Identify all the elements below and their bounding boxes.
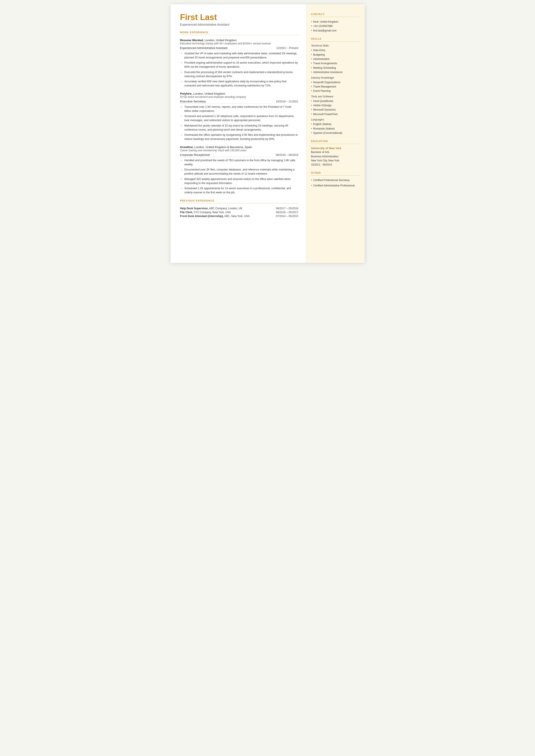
prev-exp-table: Help Desk Supervisor, ABC Company, Londo…	[180, 207, 298, 218]
bullet-1-2: Provided ongoing administrative support …	[181, 61, 298, 69]
skills-heading: SKILLS	[311, 38, 360, 40]
technical-skills-label: Technical Skills:	[311, 44, 360, 47]
right-column: CONTACT Kent, United Kingdom +44 1234567…	[306, 4, 365, 263]
skill-admin-assistance: Administrative Assistance	[311, 70, 360, 74]
education-section: EDUCATION University of New York Bachelo…	[311, 140, 360, 167]
skill-travel-arrangements: Travel Arrangements	[311, 61, 360, 66]
company-name-2: Polyhire,	[180, 92, 192, 95]
other-section: OTHER Certified Professional Secretary. …	[311, 172, 360, 188]
prev-experience-heading: PREVIOUS EXPERIENCE	[180, 199, 298, 202]
prev-job-1-dates: 06/2017 – 05/2018	[269, 207, 298, 210]
job-row-1: Experienced Administrative Assistant 12/…	[180, 46, 298, 50]
bullet-2-4: Overhauled the office operation by reorg…	[181, 133, 298, 141]
other-heading: OTHER	[311, 172, 360, 174]
skill-dynamics: Microsoft Dynamics	[311, 107, 360, 112]
company-line-1: Resume Worded, London, United Kingdom	[180, 38, 298, 42]
job-title-3: Corporate Receptionist	[180, 153, 272, 157]
job-dates-2: 10/2019 – 11/2021	[276, 100, 298, 103]
job-title-2: Executive Secretary	[180, 100, 272, 104]
company-desc-1: Education technology startup with 50+ em…	[180, 42, 298, 45]
bullet-3-3: Managed 320 weekly appointments and ensu…	[181, 177, 298, 185]
skill-powerpoint: Microsoft PowerPoint	[311, 112, 360, 116]
skills-section: SKILLS Technical Skills: Data Entry Budg…	[311, 38, 360, 135]
skill-administration: Administration	[311, 57, 360, 61]
bullet-list-2: Transcribed over 1.5K memos, reports, an…	[180, 105, 298, 141]
other-item-2: Certified Administrative Professional.	[311, 183, 360, 188]
skill-romanian: Romanian (Native)	[311, 126, 360, 131]
job-row-3: Corporate Receptionist 06/2018 – 09/2019	[180, 153, 298, 157]
education-heading: EDUCATION	[311, 140, 360, 142]
contact-phone: +44 1234567890	[311, 24, 360, 28]
skill-spanish: Spanish (Conversational)	[311, 131, 360, 135]
skill-english: English (Native)	[311, 122, 360, 126]
bullet-list-3: Handled and prioritized the needs of 750…	[180, 158, 298, 195]
bullet-1-1: Assisted the VP of sales and marketing w…	[181, 51, 298, 60]
job-dates-1: 12/2021 – Present	[276, 46, 298, 49]
company-desc-2: NYSE-listed recruitment and employer bra…	[180, 96, 298, 98]
prev-divider	[180, 203, 298, 204]
work-experience-heading: WORK EXPERIENCE	[180, 31, 298, 34]
bullet-1-4: Accurately verified 600 new client appli…	[181, 79, 298, 88]
company-line-3: Growthsi, London, United Kingdom & Barce…	[180, 145, 298, 149]
name-section: First Last Experienced Administrative As…	[180, 13, 298, 26]
bullet-3-4: Scheduled 1.2K appointments for 14 senio…	[181, 186, 298, 195]
edu-dates: 10/2011 - 06/2014	[311, 163, 360, 167]
work-divider	[180, 35, 298, 35]
education-divider	[311, 144, 360, 144]
bullet-2-3: Maintained the yearly calendar of 15 top…	[181, 124, 298, 132]
skill-indesign: Adobe InDesign	[311, 103, 360, 107]
edu-location: New York City, New York	[311, 159, 360, 163]
industry-skills-label: Industry Knowledge:	[311, 76, 360, 79]
prev-job-3-dates: 07/2014 – 05/2015	[269, 214, 298, 218]
languages-label: Languages:	[311, 118, 360, 121]
bullet-2-2: Screened and answered 1.1K telephone cal…	[181, 114, 298, 123]
company-name-3: Growthsi,	[180, 146, 193, 149]
job-block-1: Resume Worded, London, United Kingdom Ed…	[180, 38, 298, 88]
contact-divider	[311, 17, 360, 17]
company-name-1: Resume Worded,	[180, 39, 204, 42]
contact-section: CONTACT Kent, United Kingdom +44 1234567…	[311, 13, 360, 33]
edu-degree: Bachelor of Arts	[311, 150, 360, 154]
skill-event-planning: Event Planning	[311, 89, 360, 93]
main-subtitle: Experienced Administrative Assistant	[180, 23, 298, 26]
main-name: First Last	[180, 13, 298, 22]
skill-travel-mgmt: Travel Management	[311, 84, 360, 89]
company-location-1: London, United Kingdom	[205, 39, 237, 42]
prev-job-2-title: File Clerk, XYZ Company, New York, USA	[180, 210, 269, 214]
prev-job-2-dates: 06/2016 – 05/2017	[269, 210, 298, 214]
contact-email: first.last@gmail.com	[311, 28, 360, 33]
skill-meeting-scheduling: Meeting Scheduling	[311, 66, 360, 70]
prev-job-2: File Clerk, XYZ Company, New York, USA 0…	[180, 210, 298, 214]
company-line-2: Polyhire, London, United Kingdom	[180, 92, 298, 96]
resume-page: First Last Experienced Administrative As…	[171, 4, 365, 263]
job-title-1: Experienced Administrative Assistant	[180, 46, 272, 50]
contact-location: Kent, United Kingdom	[311, 20, 360, 24]
other-item-1: Certified Professional Secretary.	[311, 178, 360, 182]
company-desc-3: Career training and membership SaaS with…	[180, 149, 298, 152]
prev-job-3-title: Front Desk Attendant (Internship), ABC, …	[180, 214, 269, 218]
prev-job-3: Front Desk Attendant (Internship), ABC, …	[180, 214, 298, 218]
job-row-2: Executive Secretary 10/2019 – 11/2021	[180, 100, 298, 104]
contact-heading: CONTACT	[311, 13, 360, 15]
skill-quickbooks: Intuit QuickBooks	[311, 99, 360, 103]
skill-data-entry: Data Entry	[311, 48, 360, 52]
prev-job-1: Help Desk Supervisor, ABC Company, Londo…	[180, 207, 298, 210]
company-location-3: London, United Kingdom & Barcelona, Spai…	[194, 146, 252, 149]
prev-job-1-title: Help Desk Supervisor, ABC Company, Londo…	[180, 207, 269, 210]
bullet-1-3: Executed the processing of 204 vendor co…	[181, 70, 298, 78]
bullet-3-1: Handled and prioritized the needs of 750…	[181, 158, 298, 167]
job-dates-3: 06/2018 – 09/2019	[276, 154, 298, 156]
job-block-3: Growthsi, London, United Kingdom & Barce…	[180, 145, 298, 195]
edu-field: Business Administration	[311, 154, 360, 159]
bullet-list-1: Assisted the VP of sales and marketing w…	[180, 51, 298, 88]
left-column: First Last Experienced Administrative As…	[171, 4, 306, 263]
edu-school: University of New York	[311, 147, 360, 150]
bullet-2-1: Transcribed over 1.5K memos, reports, an…	[181, 105, 298, 113]
tools-label: Tools and Software:	[311, 95, 360, 98]
skill-nonprofit: Nonprofit Organizations	[311, 80, 360, 84]
job-block-2: Polyhire, London, United Kingdom NYSE-li…	[180, 92, 298, 141]
bullet-3-2: Documented over 2K files, computer datab…	[181, 168, 298, 176]
company-location-2: London, United Kingdom	[193, 92, 225, 95]
skill-budgeting: Budgeting	[311, 53, 360, 57]
